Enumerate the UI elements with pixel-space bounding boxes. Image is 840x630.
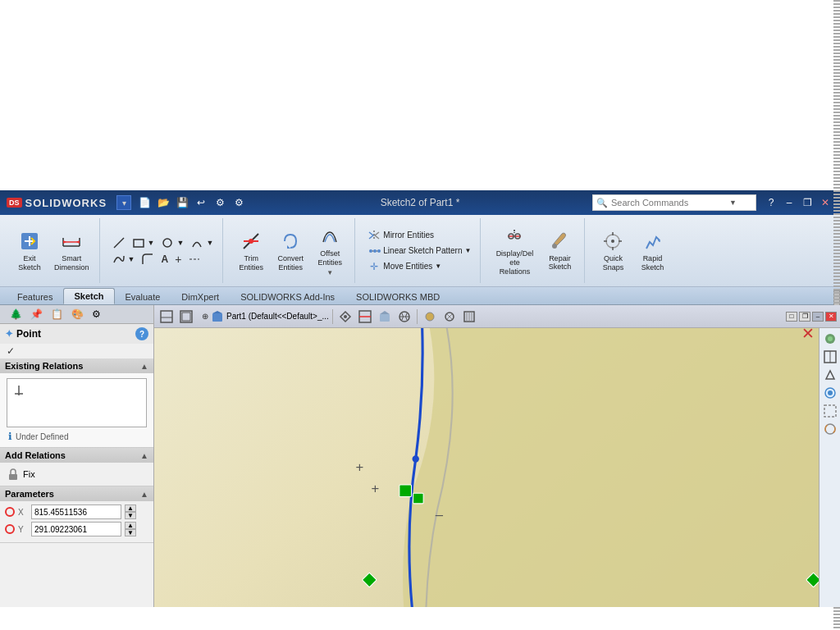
convert-entities-button[interactable]: ConvertEntities	[272, 227, 308, 275]
move-entities-button[interactable]: ✛ Move Entities ▼	[365, 259, 473, 274]
svg-point-13	[249, 239, 253, 244]
y-value-input[interactable]	[31, 522, 121, 536]
tab-mbd[interactable]: SOLIDWORKS MBD	[345, 289, 450, 304]
panel-tab-icon3[interactable]: 📋	[48, 307, 66, 322]
panel-tab-icon5[interactable]: ⚙	[89, 307, 104, 322]
restore-button[interactable]: ❐	[799, 194, 815, 211]
trim-entities-button[interactable]: TrimEntities	[233, 227, 269, 275]
svg-point-15	[369, 249, 372, 253]
panel-tab-icon1[interactable]: 🌲	[7, 307, 25, 322]
center-line-button[interactable]	[185, 252, 203, 267]
info-icon: ℹ	[8, 431, 12, 442]
repair-sketch-button[interactable]: RepairSketch	[541, 227, 578, 275]
line-tool-button[interactable]	[110, 235, 128, 250]
sketch-fillet-button[interactable]	[139, 252, 157, 267]
rt-button5[interactable]	[822, 403, 838, 419]
text-tool-button[interactable]: A	[158, 252, 171, 267]
snaps-group: QuickSnaps RapidSketch	[588, 218, 677, 283]
add-relations-header[interactable]: Add Relations ▲	[0, 448, 153, 463]
part-icon	[211, 310, 224, 323]
point-help-icon[interactable]: ?	[135, 327, 148, 340]
rt-button3[interactable]	[822, 367, 838, 383]
vp-display-button1[interactable]	[421, 308, 439, 326]
rapid-sketch-button[interactable]: RapidSketch	[634, 227, 670, 275]
rapid-sketch-label: RapidSketch	[641, 254, 664, 272]
inner-window-close[interactable]: ✕	[825, 312, 837, 322]
vp-view-button1[interactable]	[376, 308, 394, 326]
smart-dimension-button[interactable]: SmartDimension	[51, 227, 93, 275]
rt-button2[interactable]	[822, 349, 838, 365]
arc-tool-button[interactable]: ▼	[188, 235, 216, 250]
move-icon: ✛	[368, 260, 381, 273]
new-file-button[interactable]: 📄	[136, 194, 153, 211]
x-param-circle	[5, 507, 15, 517]
panel-tab-icon2[interactable]: 📌	[27, 307, 46, 322]
parameters-header[interactable]: Parameters ▲	[0, 486, 153, 501]
x-spin-up[interactable]: ▲	[125, 504, 136, 512]
vp-display-button2[interactable]	[460, 308, 478, 326]
quick-snaps-button[interactable]: QuickSnaps	[595, 227, 631, 275]
linear-sketch-pattern-button[interactable]: Linear Sketch Pattern ▼	[365, 244, 473, 258]
menu-arrow[interactable]: ▾	[116, 195, 131, 210]
curve-point-2[interactable]	[413, 455, 419, 462]
inner-window-minimize[interactable]: –	[812, 312, 824, 322]
tab-sketch[interactable]: Sketch	[63, 288, 114, 304]
undo-button[interactable]: ↩	[193, 194, 209, 211]
vp-section-view-button[interactable]	[356, 308, 374, 326]
rebuild-button[interactable]: ⚙	[212, 194, 228, 211]
save-button[interactable]: 💾	[174, 194, 190, 211]
vp-expand-button[interactable]	[177, 308, 195, 326]
search-input[interactable]	[611, 198, 726, 208]
open-file-button[interactable]: 📂	[155, 194, 171, 211]
minimize-button[interactable]: –	[781, 194, 797, 211]
y-spin-up[interactable]: ▲	[125, 522, 136, 529]
vp-zoom-fit-button[interactable]	[158, 308, 176, 326]
quick-snaps-icon	[601, 230, 624, 253]
left-panel: 🌲 📌 📋 🎨 ⚙ ✦ Point ? ✓ Existing Relations…	[0, 305, 154, 607]
point-header: ✦ Point ?	[0, 324, 153, 344]
close-button[interactable]: ✕	[817, 194, 833, 211]
point-tool-button[interactable]: +	[172, 252, 184, 267]
confirm-icon[interactable]: ✓	[3, 344, 18, 358]
drawing-canvas[interactable]: + + + – ✕	[154, 328, 840, 607]
help-button[interactable]: ?	[763, 194, 779, 211]
rect-tool-button[interactable]: ▼	[130, 235, 158, 250]
parameters-title: Parameters	[5, 489, 54, 499]
x-spinner[interactable]: ▲ ▼	[125, 504, 136, 519]
vp-orient-button[interactable]	[336, 308, 354, 326]
tab-addins[interactable]: SOLIDWORKS Add-Ins	[230, 289, 345, 304]
exit-sketch-button[interactable]: ExitSketch	[11, 227, 48, 275]
options-button[interactable]: ⚙	[231, 194, 247, 211]
ds-badge: DS	[7, 198, 22, 208]
search-dropdown-icon[interactable]: ▼	[729, 199, 737, 207]
rt-button6[interactable]	[822, 421, 838, 437]
x-spin-down[interactable]: ▼	[125, 512, 136, 519]
offset-entities-button[interactable]: OffsetEntities ▼	[312, 222, 348, 279]
vp-view-button2[interactable]	[395, 308, 413, 326]
circle-tool-button[interactable]: ▼	[158, 235, 186, 250]
fix-label: Fix	[23, 469, 35, 479]
search-box[interactable]: 🔍 ▼	[592, 194, 756, 211]
mirror-entities-button[interactable]: Mirror Entities	[365, 228, 473, 243]
point-marker-2[interactable]	[413, 493, 424, 504]
tab-features[interactable]: Features	[7, 289, 63, 304]
x-value-input[interactable]	[31, 504, 121, 519]
panel-tab-icon4[interactable]: 🎨	[68, 307, 87, 322]
y-spinner[interactable]: ▲ ▼	[125, 522, 136, 536]
tab-evaluate[interactable]: Evaluate	[115, 289, 171, 304]
inner-window-maximize[interactable]: □	[786, 312, 797, 322]
tab-dimxpert[interactable]: DimXpert	[171, 289, 230, 304]
svg-point-59	[828, 390, 833, 395]
existing-relations-header[interactable]: Existing Relations ▲	[0, 358, 153, 373]
rt-button4[interactable]	[822, 385, 838, 401]
viewport[interactable]: ⊕ Part1 (Default<<Default>_...	[154, 305, 840, 607]
display-delete-relations-button[interactable]: Display/DeleteRelations	[491, 222, 538, 278]
y-spin-down[interactable]: ▼	[125, 529, 136, 536]
vp-appearance-button[interactable]	[441, 308, 459, 326]
point-marker-1[interactable]	[399, 485, 412, 497]
expand-tree-icon[interactable]: ⊕	[202, 312, 208, 321]
spline-tool-button[interactable]: ▼	[110, 252, 138, 267]
inner-window-restore[interactable]: ❐	[799, 312, 810, 322]
rt-button1[interactable]	[822, 331, 838, 347]
error-x-icon: ✕	[801, 328, 815, 342]
